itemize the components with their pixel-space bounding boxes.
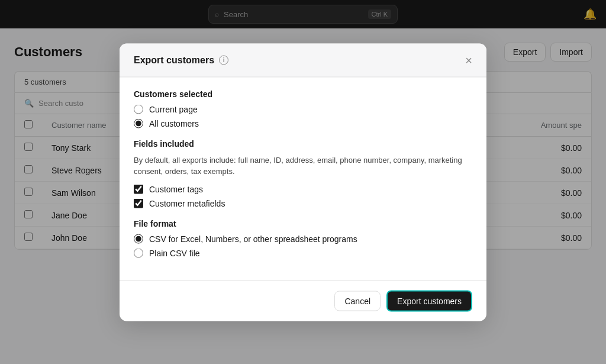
modal-header: Export customers i × <box>120 43 486 77</box>
checkbox-customer-metafields-label: Customer metafields <box>149 198 225 208</box>
radio-csv-excel[interactable]: CSV for Excel, Numbers, or other spreads… <box>134 234 472 243</box>
modal-footer: Cancel Export customers <box>120 280 486 321</box>
checkbox-customer-tags[interactable]: Customer tags <box>134 184 472 194</box>
section-fields-title: Fields included <box>134 138 472 148</box>
radio-plain-csv-input[interactable] <box>134 248 143 257</box>
customers-selected-radio-group: Current page All customers <box>134 104 472 128</box>
cancel-button[interactable]: Cancel <box>334 291 381 311</box>
radio-all-customers[interactable]: All customers <box>134 118 472 128</box>
checkbox-customer-tags-input[interactable] <box>134 184 143 194</box>
checkbox-customer-tags-label: Customer tags <box>149 184 203 194</box>
radio-current-page-label: Current page <box>149 104 198 114</box>
fields-checkbox-group: Customer tags Customer metafields <box>134 184 472 208</box>
radio-csv-excel-input[interactable] <box>134 234 143 243</box>
modal-title-group: Export customers i <box>134 54 228 65</box>
fields-description: By default, all exports include: full na… <box>134 154 472 177</box>
export-customers-button[interactable]: Export customers <box>386 290 472 311</box>
checkbox-customer-metafields[interactable]: Customer metafields <box>134 198 472 208</box>
modal-body: Customers selected Current page All cust… <box>120 77 486 280</box>
radio-plain-csv-label: Plain CSV file <box>149 248 200 257</box>
file-format-radio-group: CSV for Excel, Numbers, or other spreads… <box>134 234 472 257</box>
radio-current-page-input[interactable] <box>134 104 143 114</box>
checkbox-customer-metafields-input[interactable] <box>134 198 143 208</box>
section-customers-selected-title: Customers selected <box>134 89 472 98</box>
close-button[interactable]: × <box>465 54 472 66</box>
export-modal: Export customers i × Customers selected … <box>120 43 486 321</box>
section-file-format-title: File format <box>134 218 472 228</box>
modal-title-text: Export customers <box>134 54 214 65</box>
radio-all-customers-input[interactable] <box>134 118 143 128</box>
radio-all-customers-label: All customers <box>149 118 199 128</box>
radio-plain-csv[interactable]: Plain CSV file <box>134 248 472 257</box>
info-icon[interactable]: i <box>219 55 228 65</box>
radio-csv-excel-label: CSV for Excel, Numbers, or other spreads… <box>149 234 357 243</box>
radio-current-page[interactable]: Current page <box>134 104 472 114</box>
